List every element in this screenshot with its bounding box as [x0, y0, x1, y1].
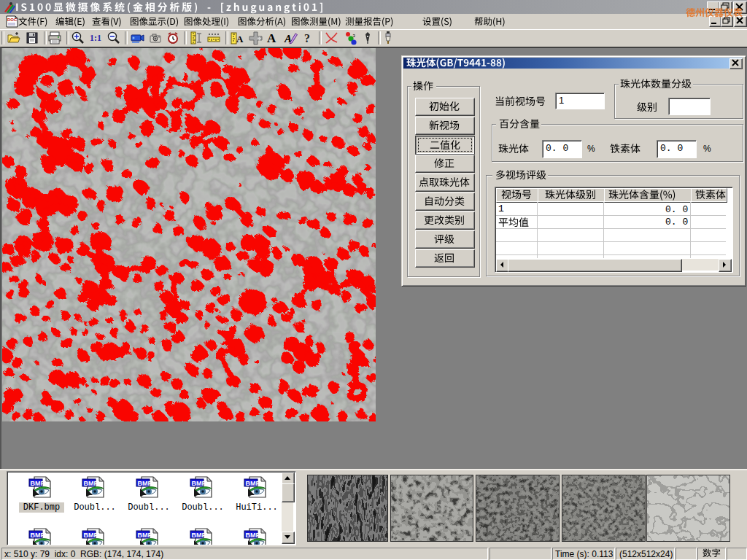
- svg-text:3: 3: [353, 34, 356, 38]
- svg-text:A: A: [267, 31, 276, 45]
- svg-text:1:1: 1:1: [90, 33, 101, 43]
- svg-text:DOC: DOC: [7, 18, 18, 22]
- svg-text:A: A: [236, 34, 244, 44]
- svg-text:?: ?: [304, 32, 310, 44]
